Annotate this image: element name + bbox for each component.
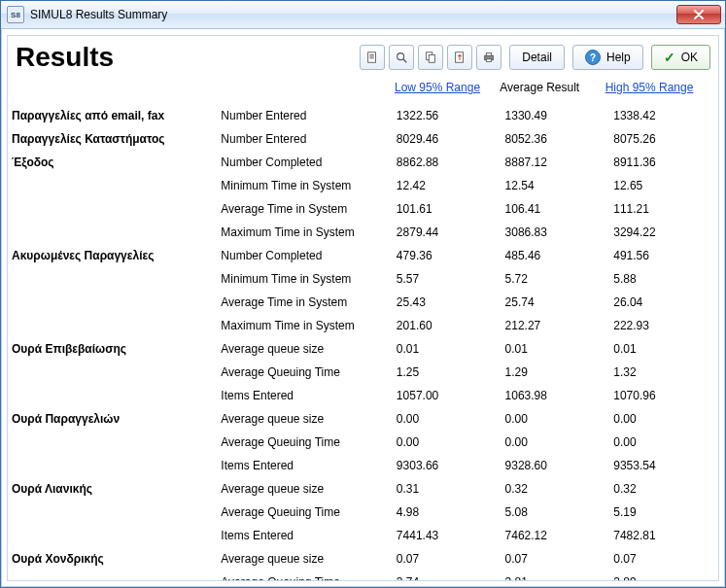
group-cell — [8, 361, 217, 384]
group-cell — [8, 384, 217, 407]
low-cell: 9303.66 — [393, 454, 501, 477]
metric-cell: Items Entered — [217, 384, 393, 407]
svg-rect-11 — [487, 59, 492, 62]
metric-cell: Average queue size — [217, 477, 393, 501]
low-cell: 479.36 — [393, 244, 501, 267]
table-row: Average Queuing Time0.000.000.00 — [8, 431, 718, 454]
low-cell: 12.42 — [393, 174, 501, 197]
help-button[interactable]: ? Help — [572, 45, 643, 70]
low-range-link[interactable]: Low 95% Range — [395, 81, 480, 94]
high-cell: 7482.81 — [609, 524, 718, 547]
high-cell: 0.32 — [609, 477, 718, 501]
metric-cell: Number Entered — [217, 127, 393, 151]
table-row: Items Entered7441.437462.127482.81 — [8, 524, 718, 547]
low-cell: 1057.00 — [393, 384, 501, 407]
column-headers: Low 95% Range Average Result High 95% Ra… — [8, 75, 718, 104]
close-icon — [694, 10, 704, 19]
ok-label: OK — [681, 51, 698, 64]
search-button[interactable] — [389, 45, 414, 70]
close-button[interactable] — [676, 5, 721, 24]
group-cell — [8, 314, 217, 337]
table-row: Average Time in System101.61106.41111.21 — [8, 197, 718, 221]
high-cell: 3294.22 — [609, 221, 718, 244]
metric-cell: Maximum Time in System — [217, 221, 393, 244]
low-cell: 7441.43 — [393, 524, 501, 547]
app-window: S8 SIMUL8 Results Summary Results — [0, 0, 726, 588]
table-row: Ουρά ΕπιβεβαίωσηςAverage queue size0.010… — [8, 337, 718, 361]
svg-rect-10 — [487, 53, 492, 56]
group-cell — [8, 221, 217, 244]
metric-cell: Items Entered — [217, 454, 393, 477]
content-frame: Results Detail ? Help — [7, 35, 719, 581]
table-row: Average Queuing Time3.743.813.89 — [8, 571, 718, 580]
group-cell: Έξοδος — [8, 151, 217, 174]
low-cell: 101.61 — [393, 197, 501, 221]
avg-cell: 12.54 — [501, 174, 610, 197]
avg-cell: 212.27 — [501, 314, 610, 337]
high-cell: 0.00 — [609, 431, 718, 454]
copy-button[interactable] — [418, 45, 443, 70]
detail-button[interactable]: Detail — [509, 45, 565, 70]
avg-cell: 5.72 — [501, 267, 610, 291]
copy-icon — [424, 51, 437, 64]
low-cell: 5.57 — [393, 267, 501, 291]
export-button[interactable] — [447, 45, 472, 70]
low-cell: 0.31 — [393, 477, 501, 501]
avg-cell: 0.00 — [501, 407, 610, 431]
high-range-link[interactable]: High 95% Range — [605, 81, 694, 94]
avg-cell: 8887.12 — [501, 151, 610, 174]
avg-cell: 485.46 — [501, 244, 610, 267]
high-cell: 1338.42 — [609, 104, 718, 127]
metric-cell: Minimum Time in System — [217, 174, 393, 197]
avg-cell: 5.08 — [501, 501, 610, 524]
group-cell: Ουρά Χονδρικής — [8, 547, 217, 571]
check-icon: ✓ — [664, 50, 675, 65]
print-button[interactable] — [476, 45, 501, 70]
table-row: Average Queuing Time1.251.291.32 — [8, 361, 718, 384]
high-cell: 5.88 — [609, 267, 718, 291]
group-cell — [8, 174, 217, 197]
low-cell: 0.00 — [393, 407, 501, 431]
avg-cell: 0.00 — [501, 431, 610, 454]
high-cell: 111.21 — [609, 197, 718, 221]
avg-cell: 0.01 — [501, 337, 610, 361]
metric-cell: Items Entered — [217, 524, 393, 547]
svg-rect-0 — [368, 52, 376, 63]
group-cell — [8, 501, 217, 524]
table-row: Ακυρωμένες ΠαραγγελίεςNumber Completed47… — [8, 244, 718, 267]
group-cell: Παραγγελίες από email, fax — [8, 104, 217, 127]
avg-cell: 0.32 — [501, 477, 610, 501]
table-row: Ουρά ΛιανικήςAverage queue size0.310.320… — [8, 477, 718, 501]
high-cell: 222.93 — [609, 314, 718, 337]
printer-icon — [482, 51, 496, 64]
avg-cell: 1.29 — [501, 361, 610, 384]
metric-cell: Number Entered — [217, 104, 393, 127]
group-cell — [8, 571, 217, 580]
group-cell — [8, 197, 217, 221]
avg-cell: 1330.49 — [501, 104, 610, 127]
low-cell: 1.25 — [393, 361, 501, 384]
table-row: Ουρά ΠαραγγελιώνAverage queue size0.000.… — [8, 407, 718, 431]
avg-cell: 8052.36 — [501, 127, 610, 151]
avg-cell: 0.07 — [501, 547, 610, 571]
group-cell — [8, 291, 217, 314]
avg-cell: 7462.12 — [501, 524, 610, 547]
table-row: Average Queuing Time4.985.085.19 — [8, 501, 718, 524]
avg-cell: 3.81 — [501, 571, 610, 580]
group-cell: Ουρά Λιανικής — [8, 477, 217, 501]
metric-cell: Average Queuing Time — [217, 501, 393, 524]
copy-text-button[interactable] — [360, 45, 385, 70]
toolbar: Results Detail ? Help — [8, 36, 718, 75]
metric-cell: Average Queuing Time — [217, 361, 393, 384]
table-row: Παραγγελίες από email, faxNumber Entered… — [8, 104, 718, 127]
ok-button[interactable]: ✓ OK — [651, 45, 710, 70]
low-cell: 0.00 — [393, 431, 501, 454]
help-icon: ? — [585, 50, 601, 65]
group-cell: Ουρά Παραγγελιών — [8, 407, 217, 431]
group-cell: Ουρά Επιβεβαίωσης — [8, 337, 217, 361]
results-scroll[interactable]: Παραγγελίες από email, faxNumber Entered… — [8, 104, 718, 580]
high-cell: 491.56 — [609, 244, 718, 267]
svg-point-4 — [398, 53, 404, 60]
table-row: ΈξοδοςNumber Completed8862.888887.128911… — [8, 151, 718, 174]
metric-cell: Number Completed — [217, 151, 393, 174]
